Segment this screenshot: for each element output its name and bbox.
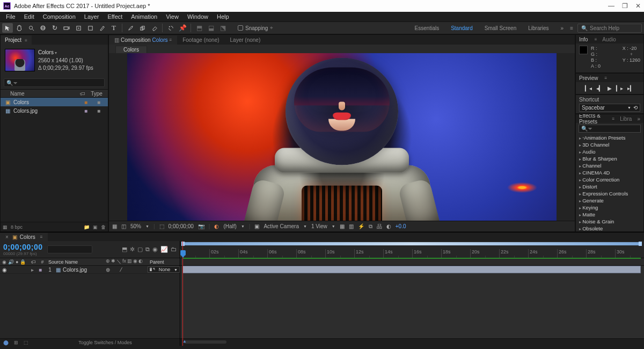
menu-composition[interactable]: Composition	[39, 12, 79, 21]
res-full-icon[interactable]: ⬚	[159, 223, 164, 229]
fx-cat[interactable]: CINEMA 4D	[578, 169, 641, 176]
blend-icon[interactable]: ⬚	[24, 340, 28, 345]
brainstore-icon[interactable]: 🗀	[171, 246, 177, 253]
grid-icon[interactable]: ▦	[340, 223, 345, 229]
panel-menu-icon[interactable]: ≡	[40, 235, 43, 239]
puppet-tool[interactable]: 📌	[177, 23, 188, 33]
minimize-button[interactable]: —	[608, 2, 614, 10]
maximize-button[interactable]: ❐	[622, 2, 628, 10]
fx-cat[interactable]: Generate	[578, 197, 641, 204]
camera-dropdown[interactable]: Active Camera	[264, 223, 299, 229]
frame-blend-icon[interactable]: ⧉	[145, 246, 150, 253]
pen-tool[interactable]	[97, 23, 107, 33]
menu-help[interactable]: Help	[213, 12, 233, 21]
transfer-icon[interactable]: ⬤	[3, 340, 9, 345]
clone-tool[interactable]	[137, 23, 148, 33]
shortcut-field[interactable]: Spacebar ▼⟲	[579, 104, 640, 112]
menu-view[interactable]: View	[162, 12, 182, 21]
panel-menu-icon[interactable]: ≡	[25, 38, 27, 43]
timeline-tracks[interactable]: 02s04s06s 08s10s12s14s 16s18s20s22s 24s2…	[180, 241, 644, 346]
new-folder-icon[interactable]: 📁	[84, 224, 90, 230]
shape-tool[interactable]	[85, 23, 96, 33]
playhead[interactable]	[182, 241, 183, 346]
time-ruler[interactable]: 02s04s06s 08s10s12s14s 16s18s20s22s 24s2…	[180, 241, 644, 258]
timeline-layer-row[interactable]: ◉ ▸ ■ 1 ▦Colors.jpg ⊕∕ �ནNone▼	[0, 266, 180, 274]
fx-cat[interactable]: Channel	[578, 162, 641, 169]
flowchart-icon[interactable]: ▥	[114, 37, 119, 43]
parent-col[interactable]: Parent	[148, 259, 180, 265]
brush-tool[interactable]	[125, 23, 136, 33]
close-button[interactable]: ✕	[635, 2, 641, 10]
timeline-tab[interactable]: ▣Colors≡	[0, 233, 48, 241]
fx-cat[interactable]: Distort	[578, 183, 641, 190]
toggle-switches-button[interactable]: Toggle Switches / Modes	[34, 340, 177, 345]
fx-cat[interactable]: Matte	[578, 211, 641, 218]
motion-blur-icon[interactable]: ◉	[152, 246, 158, 253]
panel-menu-icon[interactable]: ≡	[605, 76, 608, 81]
info-tab[interactable]: Info	[579, 37, 588, 42]
resolution-dropdown[interactable]: (Half)	[223, 223, 236, 229]
world-axis-icon[interactable]: ⬓	[206, 23, 216, 33]
view-axis-icon[interactable]: ⬔	[217, 23, 228, 33]
help-search[interactable]: 🔍 Search Help	[577, 24, 642, 33]
eye-icon[interactable]: ◉	[2, 267, 7, 273]
workspace-menu-icon[interactable]: ≡	[570, 25, 573, 31]
collapse-icon[interactable]: ∕	[121, 267, 122, 273]
graph-editor-icon[interactable]: 📈	[160, 246, 168, 253]
timeline-search[interactable]	[47, 245, 92, 253]
fx-cat[interactable]: Blur & Sharpen	[578, 155, 641, 162]
footage-tab[interactable]: Footage (none)	[177, 35, 224, 45]
last-frame-icon[interactable]: ▸▎	[627, 85, 634, 91]
alpha-icon[interactable]: ▦	[112, 223, 117, 229]
fx-cat[interactable]: 3D Channel	[578, 141, 641, 148]
trash-icon[interactable]: 🗑	[101, 224, 106, 230]
draft3d-icon[interactable]: ✲	[130, 246, 135, 253]
region-icon[interactable]: ◫	[121, 223, 126, 229]
menu-effect[interactable]: Effect	[104, 12, 126, 21]
layer-bar[interactable]	[182, 266, 641, 273]
pixel-aspect-icon[interactable]: ▥	[349, 223, 354, 229]
viewport[interactable]	[109, 53, 575, 221]
time-display[interactable]: 0;00;00;00	[169, 223, 194, 229]
current-timecode[interactable]: 0;00;00;00	[3, 243, 43, 251]
zoom-dropdown[interactable]: 50%	[130, 223, 141, 229]
project-tab[interactable]: Project≡	[1, 35, 32, 45]
panel-menu-icon[interactable]: ≡	[170, 38, 172, 42]
snapshot-icon[interactable]: 📷	[198, 223, 204, 229]
type-tool[interactable]: T	[108, 23, 119, 33]
fx-cat[interactable]: Audio	[578, 148, 641, 155]
preview-tab[interactable]: Preview	[579, 75, 598, 81]
fast-preview-icon[interactable]: ⚡	[358, 223, 364, 229]
play-icon[interactable]: ▶	[608, 85, 612, 91]
orbit-tool[interactable]	[38, 23, 48, 33]
new-comp-icon[interactable]: ▣	[93, 224, 98, 230]
work-area-bar[interactable]	[182, 242, 641, 245]
rotate-tool[interactable]: ↻	[49, 23, 60, 33]
fx-cat[interactable]: Expression Controls	[578, 190, 641, 197]
flow-tab[interactable]: Colors	[115, 46, 147, 54]
parent-dropdown[interactable]: �ནNone▼	[148, 266, 180, 273]
comp-flowchart-icon[interactable]: 品	[377, 223, 382, 230]
effects-search[interactable]: 🔍⏷	[579, 125, 641, 133]
timeline-icon[interactable]: ⧉	[369, 223, 372, 230]
hand-tool[interactable]	[14, 23, 25, 33]
snapping-toggle[interactable]: Snapping ⌖	[238, 25, 273, 31]
fx-cat[interactable]: Color Correction	[578, 176, 641, 183]
menu-animation[interactable]: Animation	[127, 12, 161, 21]
comp-mini-flowchart-icon[interactable]: ⬒	[122, 246, 127, 253]
prev-frame-icon[interactable]: ◂▎	[596, 85, 603, 91]
col-label-icon[interactable]: 🏷	[80, 91, 89, 97]
comp-tab[interactable]: ▥ Composition Colors ≡	[109, 35, 177, 45]
roto-tool[interactable]	[165, 23, 176, 33]
workspace-overflow-icon[interactable]: »	[555, 24, 569, 33]
hidden-layers-icon[interactable]: ▢	[137, 246, 143, 253]
workspace-small-screen[interactable]: Small Screen	[479, 24, 522, 33]
fx-cat[interactable]: Animation Presets	[578, 134, 641, 141]
transparency-icon[interactable]: ▣	[254, 223, 259, 229]
audio-tab[interactable]: Audio	[602, 37, 616, 42]
pan-behind-tool[interactable]	[73, 23, 84, 33]
shy-icon[interactable]: ⊕	[106, 267, 110, 273]
fx-cat[interactable]: Keying	[578, 204, 641, 211]
reset-exposure-icon[interactable]: ◐	[386, 223, 391, 229]
local-axis-icon[interactable]: ⬒	[194, 23, 204, 33]
